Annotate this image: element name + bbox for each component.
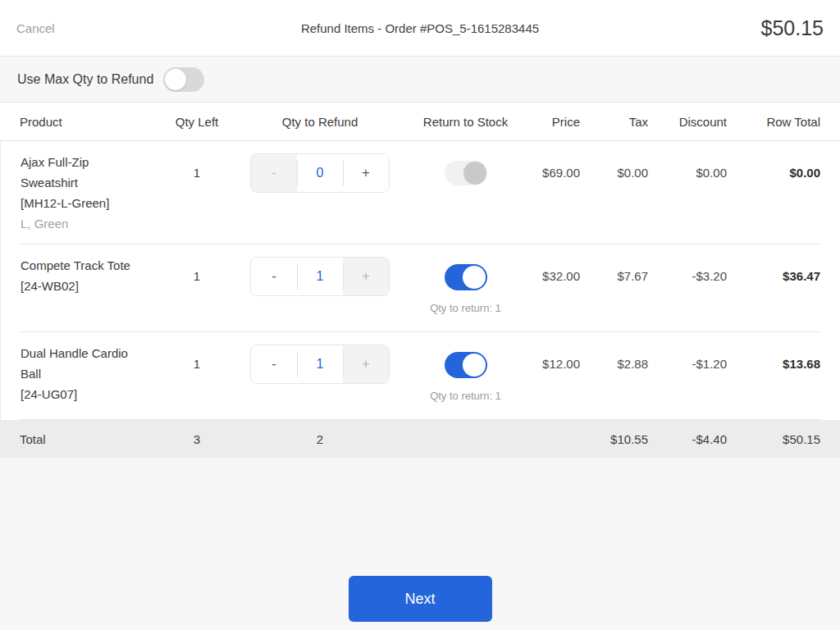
qty-refund-cell: - 1 + bbox=[238, 332, 402, 384]
total-tax: $10.55 bbox=[580, 432, 648, 446]
qty-refund-value[interactable]: 0 bbox=[297, 154, 343, 192]
footer: Next bbox=[0, 458, 840, 630]
product-sku: [24-UG07] bbox=[21, 384, 136, 404]
column-qty-left: Qty Left bbox=[156, 115, 238, 129]
refund-total-amount: $50.15 bbox=[761, 16, 824, 40]
cancel-button[interactable]: Cancel bbox=[16, 21, 55, 35]
qty-left-value: 1 bbox=[156, 244, 238, 283]
qty-increase-button[interactable]: + bbox=[343, 345, 389, 383]
qty-refund-cell: - 0 + bbox=[238, 141, 402, 193]
refund-items-dialog: Cancel Refund Items - Order #POS_5-16152… bbox=[0, 0, 840, 630]
product-cell: Compete Track Tote [24-WB02] bbox=[21, 244, 156, 306]
qty-stepper: - 1 + bbox=[250, 345, 390, 384]
table-row: Ajax Full-Zip Sweatshirt [MH12-L-Green] … bbox=[21, 141, 820, 244]
price-value: $12.00 bbox=[529, 332, 580, 371]
discount-value: -$1.20 bbox=[648, 332, 727, 371]
product-cell: Ajax Full-Zip Sweatshirt [MH12-L-Green] … bbox=[21, 141, 156, 244]
row-total-value: $0.00 bbox=[727, 141, 820, 180]
column-discount: Discount bbox=[648, 115, 727, 129]
next-button[interactable]: Next bbox=[349, 576, 492, 622]
toggle-knob-icon bbox=[463, 354, 486, 377]
total-row-total: $50.15 bbox=[727, 432, 820, 446]
options-bar: Use Max Qty to Refund bbox=[0, 56, 840, 103]
return-to-stock-toggle bbox=[445, 161, 487, 185]
product-sku: [MH12-L-Green] bbox=[21, 193, 136, 213]
product-name: Dual Handle Cardio Ball bbox=[21, 343, 136, 384]
row-total-value: $13.68 bbox=[727, 332, 820, 371]
return-to-stock-cell bbox=[402, 141, 529, 185]
qty-refund-value[interactable]: 1 bbox=[297, 345, 343, 383]
column-tax: Tax bbox=[580, 115, 648, 129]
toggle-knob-icon bbox=[165, 69, 186, 90]
qty-refund-cell: - 1 + bbox=[238, 244, 402, 296]
discount-value: -$3.20 bbox=[648, 244, 727, 283]
toggle-knob-icon bbox=[463, 266, 486, 289]
return-to-stock-toggle[interactable] bbox=[445, 264, 487, 290]
row-total-value: $36.47 bbox=[727, 244, 820, 283]
total-qty-left: 3 bbox=[156, 432, 238, 446]
qty-left-value: 1 bbox=[156, 141, 238, 180]
tax-value: $7.67 bbox=[580, 244, 648, 283]
return-to-stock-toggle[interactable] bbox=[445, 352, 487, 378]
return-to-stock-cell: Qty to return: 1 bbox=[402, 332, 529, 402]
column-return-to-stock: Return to Stock bbox=[402, 115, 529, 129]
qty-stepper: - 1 + bbox=[250, 257, 390, 296]
table-row: Dual Handle Cardio Ball [24-UG07] 1 - 1 … bbox=[21, 332, 820, 420]
qty-stepper: - 0 + bbox=[250, 153, 390, 193]
product-sku: [24-WB02] bbox=[21, 276, 136, 296]
return-to-stock-cell: Qty to return: 1 bbox=[402, 244, 529, 314]
qty-decrease-button[interactable]: - bbox=[251, 154, 297, 192]
tax-value: $2.88 bbox=[580, 332, 648, 371]
product-name: Ajax Full-Zip Sweatshirt bbox=[21, 152, 136, 193]
product-name: Compete Track Tote bbox=[21, 255, 136, 276]
max-qty-label: Use Max Qty to Refund bbox=[17, 72, 153, 87]
total-discount: -$4.40 bbox=[648, 432, 727, 446]
table-row: Compete Track Tote [24-WB02] 1 - 1 + Qty… bbox=[21, 244, 820, 332]
qty-to-return-note: Qty to return: 1 bbox=[430, 302, 501, 314]
column-price: Price bbox=[529, 115, 580, 129]
product-options: L, Green bbox=[21, 213, 136, 234]
total-qty-to-refund: 2 bbox=[238, 432, 402, 446]
qty-increase-button[interactable]: + bbox=[343, 258, 389, 295]
column-product: Product bbox=[20, 115, 156, 129]
qty-refund-value[interactable]: 1 bbox=[297, 258, 343, 295]
qty-to-return-note: Qty to return: 1 bbox=[430, 390, 501, 402]
table-body: Ajax Full-Zip Sweatshirt [MH12-L-Green] … bbox=[0, 141, 840, 420]
page-title: Refund Items - Order #POS_5-1615283445 bbox=[0, 21, 840, 35]
total-row: Total 3 2 $10.55 -$4.40 $50.15 bbox=[0, 420, 840, 458]
product-cell: Dual Handle Cardio Ball [24-UG07] bbox=[21, 332, 156, 414]
max-qty-toggle[interactable] bbox=[163, 67, 204, 92]
qty-increase-button[interactable]: + bbox=[343, 154, 389, 192]
column-row-total: Row Total bbox=[727, 115, 820, 129]
qty-left-value: 1 bbox=[156, 332, 238, 371]
discount-value: $0.00 bbox=[648, 141, 727, 180]
table-header: Product Qty Left Qty to Refund Return to… bbox=[0, 103, 840, 141]
top-bar: Cancel Refund Items - Order #POS_5-16152… bbox=[0, 0, 840, 56]
column-qty-to-refund: Qty to Refund bbox=[238, 115, 402, 129]
total-label: Total bbox=[20, 432, 156, 446]
qty-decrease-button[interactable]: - bbox=[251, 258, 297, 295]
toggle-knob-icon bbox=[463, 162, 486, 185]
tax-value: $0.00 bbox=[580, 141, 648, 180]
qty-decrease-button[interactable]: - bbox=[251, 345, 297, 383]
price-value: $69.00 bbox=[529, 141, 580, 180]
price-value: $32.00 bbox=[529, 244, 580, 283]
